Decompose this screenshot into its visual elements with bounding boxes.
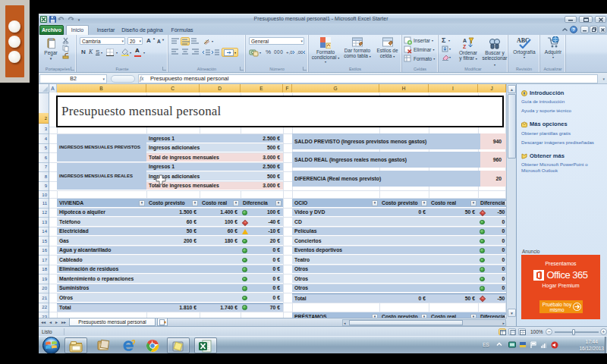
- scroll-down-icon[interactable]: ▼: [508, 309, 516, 317]
- font-color-icon[interactable]: A: [135, 48, 140, 54]
- zoom-slider-thumb[interactable]: [572, 329, 575, 335]
- align-middle[interactable]: [181, 37, 190, 46]
- underline-arrow-icon[interactable]: ▾: [101, 51, 102, 55]
- filter-button-icon[interactable]: ▼: [233, 200, 239, 206]
- filter-button-icon[interactable]: ▼: [275, 200, 281, 206]
- column-header-H[interactable]: H: [379, 84, 429, 93]
- orientation-arrow-icon[interactable]: ▾: [212, 39, 213, 43]
- row-header-16[interactable]: 16: [39, 246, 49, 256]
- redo-icon[interactable]: [67, 15, 74, 24]
- cells-formato-button[interactable]: Formato▾: [404, 55, 437, 63]
- grow-font-icon[interactable]: A: [146, 37, 151, 44]
- underline-icon[interactable]: S: [96, 49, 99, 55]
- workbook-minimize-icon[interactable]: [580, 26, 589, 33]
- font-size-combo[interactable]: 20▾: [127, 37, 143, 45]
- select-all-corner[interactable]: [39, 84, 49, 93]
- task-pane-link[interactable]: Obtener plantillas gratis: [521, 130, 607, 136]
- dialog-launcher-icon[interactable]: [303, 67, 307, 71]
- align-center[interactable]: [181, 48, 190, 56]
- spelling-button[interactable]: ABCOrtografía▾: [510, 36, 539, 67]
- qat-dropdown-icon[interactable]: ▾: [76, 15, 82, 24]
- tab-nav-prev-icon[interactable]: ◂: [49, 319, 52, 325]
- formula-bar-expand-icon[interactable]: ▾: [602, 77, 605, 81]
- row-header-11[interactable]: 11: [39, 199, 49, 209]
- fx-icon[interactable]: fx: [140, 75, 149, 82]
- scroll-up-icon[interactable]: ▲: [508, 85, 516, 93]
- row-header-10[interactable]: 10: [39, 191, 49, 199]
- taskbar-app-notes[interactable]: [167, 337, 190, 353]
- tab-formulas[interactable]: Fórmulas: [165, 25, 199, 35]
- paste-dropdown-icon[interactable]: ▾: [41, 56, 61, 61]
- zoom-out-icon[interactable]: −: [546, 328, 552, 335]
- fill-arrow-icon[interactable]: ▾: [130, 51, 131, 55]
- zoom-slider-track[interactable]: [555, 331, 599, 333]
- dialog-launcher-icon[interactable]: [162, 67, 166, 71]
- zoom-level[interactable]: 100%: [530, 329, 543, 334]
- align-bottom[interactable]: [190, 37, 200, 46]
- horizontal-scroll-thumb[interactable]: [349, 320, 463, 325]
- task-pane-link[interactable]: Descargar imágenes prediseñadas: [521, 140, 607, 146]
- task-pane-link[interactable]: Ayuda y soporte técnico: [521, 108, 607, 114]
- conditional-formatting-button[interactable]: Formatocondicional ▾▾: [310, 36, 341, 67]
- vertical-scrollbar[interactable]: ▲ ▼: [506, 84, 516, 326]
- align-top[interactable]: [171, 37, 180, 46]
- shrink-font-icon[interactable]: A: [157, 39, 161, 44]
- autosum-icon[interactable]: Σ: [442, 36, 445, 44]
- workbook-restore-icon[interactable]: [590, 26, 598, 33]
- minimize-button[interactable]: [565, 16, 577, 23]
- column-header-I[interactable]: I: [429, 84, 478, 93]
- row-header-2[interactable]: 2: [39, 113, 49, 124]
- tab-nav-last-icon[interactable]: ▸▸: [61, 319, 66, 325]
- taskbar-app-libraries[interactable]: [93, 337, 115, 353]
- undo-icon[interactable]: [58, 15, 65, 24]
- device-button-2[interactable]: [8, 36, 20, 48]
- tray-display-icon[interactable]: [508, 341, 516, 349]
- dialog-launcher-icon[interactable]: [71, 67, 74, 71]
- align-left[interactable]: [171, 48, 180, 56]
- spreadsheet-grid[interactable]: ABCDEFGHIJ 23456789101112131415161718192…: [39, 84, 516, 318]
- horizontal-scrollbar[interactable]: ◂ ▸: [342, 319, 506, 326]
- zoom-in-icon[interactable]: +: [600, 328, 607, 335]
- help-icon[interactable]: ?: [570, 26, 577, 33]
- row-header-4[interactable]: 4: [39, 134, 49, 144]
- tab-archivo[interactable]: Archivo: [39, 25, 64, 35]
- filter-button-icon[interactable]: ▼: [421, 200, 427, 206]
- start-button[interactable]: [42, 337, 61, 353]
- tab-inicio[interactable]: Inicio: [66, 25, 89, 35]
- filter-button-icon[interactable]: ▼: [470, 200, 476, 206]
- vertical-scroll-thumb[interactable]: [508, 94, 516, 158]
- number-format-combo[interactable]: General▾: [249, 37, 304, 45]
- view-pagebreak-button[interactable]: [518, 328, 526, 335]
- row-header-23[interactable]: 23: [39, 312, 49, 318]
- tab-diseno[interactable]: Diseño de página: [121, 25, 163, 35]
- tab-nav-first-icon[interactable]: ◂◂: [41, 319, 46, 325]
- tray-network-icon[interactable]: [540, 341, 548, 349]
- borders-arrow-icon[interactable]: ▾: [116, 51, 118, 55]
- office-365-ad[interactable]: Presentamos Office 365 Hogar Premium Pru…: [521, 255, 600, 319]
- sheet-tab-active[interactable]: Presupuesto mensual personal: [69, 318, 156, 326]
- cell-styles-button[interactable]: Estilos decelda ▾: [374, 36, 401, 67]
- minimize-ribbon-icon[interactable]: [561, 26, 569, 33]
- view-normal-button[interactable]: [498, 328, 506, 335]
- thousands-icon[interactable]: 000: [274, 49, 283, 55]
- row-header-19[interactable]: 19: [39, 275, 49, 284]
- tray-security-icon[interactable]: [519, 341, 527, 349]
- taskbar-app-internet-explorer[interactable]: [118, 337, 140, 353]
- ad-try-button[interactable]: Pruébalo hoy mismo: [539, 300, 583, 313]
- tab-nav-next-icon[interactable]: ▸: [55, 319, 58, 325]
- row-header-9[interactable]: 9: [39, 182, 49, 192]
- row-header-18[interactable]: 18: [39, 265, 49, 275]
- filter-button-icon[interactable]: ▼: [192, 200, 198, 206]
- hscroll-right-icon[interactable]: ▸: [502, 321, 505, 325]
- tab-insertar[interactable]: Insertar: [92, 25, 120, 35]
- row-header-7[interactable]: 7: [39, 163, 49, 173]
- device-button-3[interactable]: [8, 51, 20, 63]
- acquire-button[interactable]: Adquirir▾: [541, 36, 565, 67]
- view-layout-button[interactable]: [508, 328, 516, 335]
- device-button-1[interactable]: [8, 20, 20, 33]
- row-header-5[interactable]: 5: [39, 144, 49, 154]
- column-header-A[interactable]: A: [49, 84, 57, 93]
- grid-cells-area[interactable]: Presupuesto mensual personalINGRESOS MEN…: [49, 93, 506, 318]
- taskbar-app-excel[interactable]: [194, 337, 217, 353]
- taskbar-app-explorer[interactable]: [64, 337, 87, 353]
